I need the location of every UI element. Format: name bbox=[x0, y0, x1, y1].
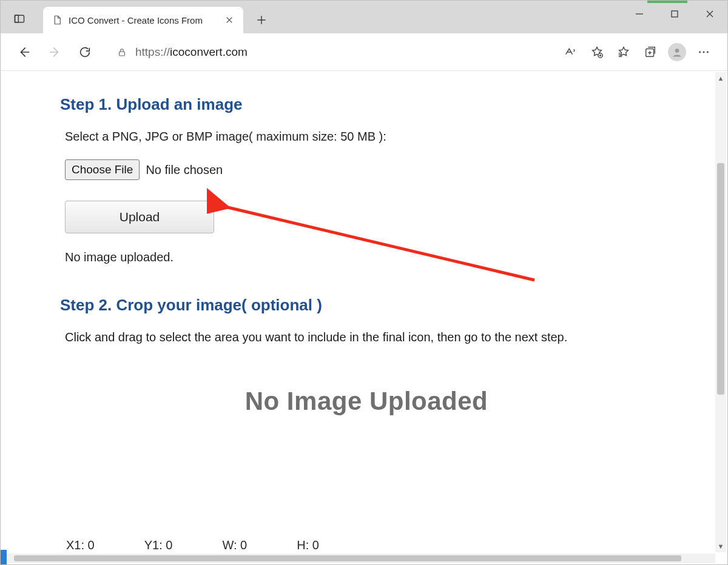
tab-title: ICO Convert - Create Icons From bbox=[69, 15, 218, 25]
svg-point-7 bbox=[699, 51, 701, 53]
page-icon bbox=[52, 15, 62, 25]
svg-point-9 bbox=[707, 51, 709, 53]
scroll-up-icon[interactable]: ▲ bbox=[715, 72, 726, 84]
favorites-button[interactable] bbox=[611, 39, 636, 65]
step2-heading: Step 2. Crop your image( optional ) bbox=[60, 296, 673, 315]
crop-coordinates: X1: 0 Y1: 0 W: 0 H: 0 bbox=[66, 538, 319, 552]
window-maximize-button[interactable] bbox=[657, 1, 692, 27]
upload-status-text: No image uploaded. bbox=[65, 250, 673, 264]
svg-point-8 bbox=[703, 51, 705, 53]
window-close-button[interactable] bbox=[692, 1, 727, 27]
step1-help-text: Select a PNG, JPG or BMP image( maximum … bbox=[65, 130, 673, 144]
add-favorite-button[interactable] bbox=[584, 39, 610, 65]
new-tab-button[interactable] bbox=[249, 8, 274, 32]
page-viewport: Step 1. Upload an image Select a PNG, JP… bbox=[1, 71, 727, 553]
read-aloud-button[interactable] bbox=[558, 39, 583, 65]
browser-tab[interactable]: ICO Convert - Create Icons From bbox=[43, 7, 243, 33]
step2-help-text: Click and drag to select the area you wa… bbox=[65, 330, 673, 344]
address-bar[interactable]: https://icoconvert.com bbox=[106, 39, 549, 65]
svg-rect-0 bbox=[15, 15, 24, 22]
bottom-left-accent bbox=[1, 550, 7, 564]
step1-heading: Step 1. Upload an image bbox=[60, 95, 673, 114]
close-tab-icon[interactable] bbox=[224, 15, 235, 25]
horizontal-scroll-thumb[interactable] bbox=[14, 555, 681, 561]
tab-actions-button[interactable] bbox=[7, 8, 32, 30]
horizontal-scrollbar[interactable] bbox=[2, 553, 715, 563]
window-minimize-button[interactable] bbox=[622, 1, 657, 27]
address-url: https://icoconvert.com bbox=[135, 45, 248, 59]
file-chosen-status: No file chosen bbox=[146, 163, 223, 177]
svg-rect-2 bbox=[672, 11, 678, 17]
upload-button[interactable]: Upload bbox=[65, 201, 214, 233]
nav-forward-button[interactable] bbox=[42, 39, 67, 65]
vertical-scroll-thumb[interactable] bbox=[717, 163, 724, 395]
nav-back-button[interactable] bbox=[12, 39, 37, 65]
collections-button[interactable] bbox=[638, 39, 663, 65]
more-menu-button[interactable] bbox=[691, 39, 716, 65]
site-lock-icon[interactable] bbox=[112, 47, 132, 58]
nav-refresh-button[interactable] bbox=[72, 39, 98, 65]
scroll-down-icon[interactable]: ▼ bbox=[715, 540, 726, 552]
profile-button[interactable] bbox=[664, 39, 690, 65]
vertical-scrollbar[interactable]: ▲ ▼ bbox=[715, 72, 726, 552]
avatar-icon bbox=[668, 43, 686, 61]
svg-rect-3 bbox=[120, 52, 125, 56]
no-image-placeholder: No Image Uploaded bbox=[60, 387, 673, 416]
svg-rect-1 bbox=[15, 15, 19, 22]
svg-point-6 bbox=[675, 48, 679, 53]
choose-file-button[interactable]: Choose File bbox=[65, 159, 140, 180]
